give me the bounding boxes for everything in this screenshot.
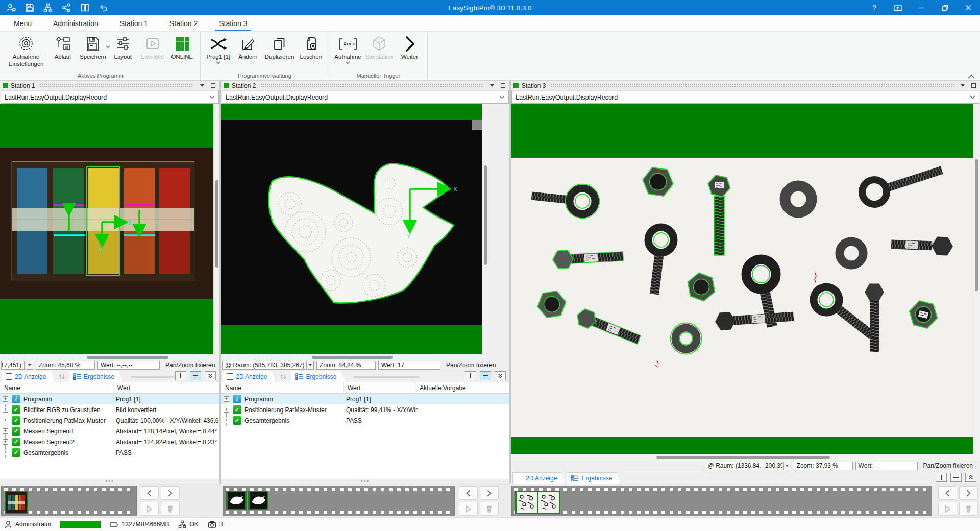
next-record-button[interactable] <box>480 486 499 500</box>
expand-icon[interactable]: + <box>224 418 229 423</box>
duplizieren-button[interactable]: Duplizieren <box>263 32 297 61</box>
column-header[interactable]: Wert <box>113 382 219 393</box>
horizontal-scrollbar[interactable] <box>0 354 219 360</box>
expand-results-button[interactable] <box>965 473 976 482</box>
tab-2d-anzeige[interactable]: 2D Anzeige <box>223 371 276 382</box>
minimize-button[interactable] <box>910 0 933 15</box>
expand-icon[interactable]: + <box>224 396 229 402</box>
weiter-button[interactable]: Weiter <box>395 32 424 61</box>
column-header[interactable]: Wert <box>344 382 415 393</box>
delete-records-button[interactable] <box>480 502 499 516</box>
layout-horizontal-button[interactable] <box>480 371 491 380</box>
tab-station-2[interactable]: Station 2 <box>159 15 208 31</box>
panel-dropdown-icon[interactable] <box>959 82 967 89</box>
scrollbar-thumb[interactable] <box>312 356 393 359</box>
results-splitter[interactable] <box>221 479 509 484</box>
table-row[interactable]: +✓ Positionierung PatMax-MusterQualität:… <box>221 404 509 415</box>
aufnahme-trigger-button[interactable]: REC Aufnahme <box>332 32 363 64</box>
panel-maximize-icon[interactable] <box>499 82 507 89</box>
help-button[interactable]: ? <box>863 0 886 15</box>
column-header[interactable]: Name <box>0 382 113 393</box>
zoom-field[interactable]: Zoom: 84,84 % <box>316 361 376 370</box>
coordinate-dropdown[interactable] <box>306 361 314 370</box>
tab-administration[interactable]: Administration <box>42 15 109 31</box>
scrollbar-thumb[interactable] <box>975 159 978 291</box>
column-header[interactable]: Name <box>221 382 344 393</box>
station-1-header[interactable]: Station 1 <box>0 81 219 91</box>
table-row[interactable]: +✓ Messen Segment1Abstand= 128,14Pixel, … <box>0 426 219 437</box>
pan-zoom-fix-label[interactable]: Pan/Zoom fixieren <box>923 462 973 469</box>
pan-zoom-fix-label[interactable]: Pan/Zoom fixieren <box>446 361 496 369</box>
coordinate-field[interactable]: 17,451) <box>1 361 24 370</box>
vertical-scrollbar[interactable] <box>973 104 980 454</box>
aufnahme-einstellungen-button[interactable]: Aufnahme Einstellungen <box>4 32 48 68</box>
play-records-button[interactable] <box>140 502 159 516</box>
loeschen-button[interactable]: Löschen <box>296 32 326 61</box>
expand-icon[interactable]: + <box>3 418 8 423</box>
prev-record-button[interactable] <box>140 486 159 500</box>
2d-anzeige-checkbox[interactable] <box>517 475 523 481</box>
table-row[interactable]: +i ProgrammProg1 [1] <box>221 394 509 404</box>
coordinate-dropdown[interactable] <box>26 361 33 370</box>
next-record-button[interactable] <box>959 486 978 500</box>
horizontal-scrollbar[interactable] <box>511 454 980 461</box>
panel-maximize-icon[interactable] <box>969 82 977 89</box>
value-field[interactable]: Wert: -- <box>855 462 918 470</box>
table-row[interactable]: +✓ GesamtergebnisPASS <box>221 415 509 426</box>
collapse-results-button[interactable] <box>205 371 216 380</box>
aendern-button[interactable]: Ändern <box>233 32 263 61</box>
user-session-icon[interactable] <box>6 3 16 13</box>
record-thumbnail[interactable] <box>515 491 538 514</box>
horizontal-scrollbar[interactable] <box>221 354 488 360</box>
restore-button[interactable] <box>933 0 957 15</box>
next-record-button[interactable] <box>161 486 180 500</box>
station-3-header[interactable]: Station 3 <box>511 81 980 91</box>
tab-menue[interactable]: Menü <box>3 15 42 31</box>
record-thumbnail[interactable] <box>226 491 247 510</box>
table-row[interactable]: +✓ GesamtergebnisPASS <box>0 447 219 458</box>
value-field[interactable]: Wert: 17 <box>378 361 440 370</box>
ribbon-toggle-button[interactable] <box>886 0 910 15</box>
tab-2d-anzeige[interactable]: 2D Anzeige <box>512 472 566 484</box>
delete-records-button[interactable] <box>161 502 180 516</box>
play-records-button[interactable] <box>459 502 478 516</box>
display-record-select[interactable]: LastRun.EasyOutput.DisplayRecord <box>222 91 509 104</box>
speichern-button[interactable]: Speichern <box>78 32 108 61</box>
panel-dropdown-icon[interactable] <box>198 82 206 89</box>
vertical-scrollbar[interactable] <box>482 104 488 354</box>
record-thumbnail[interactable] <box>248 491 268 510</box>
layout-vertical-button[interactable] <box>175 371 186 380</box>
save-archive-icon[interactable] <box>24 3 35 13</box>
2d-anzeige-checkbox[interactable] <box>227 373 233 380</box>
zoom-field[interactable]: Zoom: 45,68 % <box>36 361 95 370</box>
expand-icon[interactable]: + <box>224 407 229 413</box>
panel-dropdown-icon[interactable] <box>488 82 496 89</box>
scrollbar-thumb[interactable] <box>87 356 168 359</box>
station-2-header[interactable]: Station 2 <box>221 81 509 91</box>
aufnahme-dropdown-icon[interactable] <box>346 61 350 64</box>
sort-icon[interactable] <box>56 372 68 382</box>
pan-zoom-fix-label[interactable]: Pan/Zoom fixieren <box>165 361 215 369</box>
table-row[interactable]: +✓ Messen Segment2Abstand= 124,92Pixel, … <box>0 437 219 447</box>
value-field[interactable]: Wert: --,--,-- <box>97 361 160 370</box>
prog1-dropdown-icon[interactable] <box>216 61 220 64</box>
station-2-image[interactable]: X Y <box>221 104 488 354</box>
tab-ergebnisse[interactable]: Ergebnisse <box>291 371 345 382</box>
collapse-results-button[interactable] <box>495 371 506 380</box>
tab-station-3[interactable]: Station 3 <box>208 15 258 31</box>
tab-ergebnisse[interactable]: Ergebnisse <box>69 371 123 382</box>
expand-icon[interactable]: + <box>3 407 8 413</box>
layout-horizontal-button[interactable] <box>950 473 962 482</box>
expand-icon[interactable]: + <box>3 396 8 402</box>
share-icon[interactable] <box>61 3 71 13</box>
panel-maximize-icon[interactable] <box>209 82 217 89</box>
prev-record-button[interactable] <box>459 486 478 500</box>
scrollbar-thumb[interactable] <box>215 180 218 268</box>
close-button[interactable] <box>957 0 980 15</box>
2d-anzeige-checkbox[interactable] <box>6 373 12 380</box>
station-3-image[interactable] <box>511 104 980 454</box>
tab-station-1[interactable]: Station 1 <box>109 15 159 31</box>
layout-vertical-button[interactable] <box>936 473 947 482</box>
online-button[interactable]: ONLINE <box>167 32 197 61</box>
layout-button[interactable]: Layout <box>108 32 138 61</box>
